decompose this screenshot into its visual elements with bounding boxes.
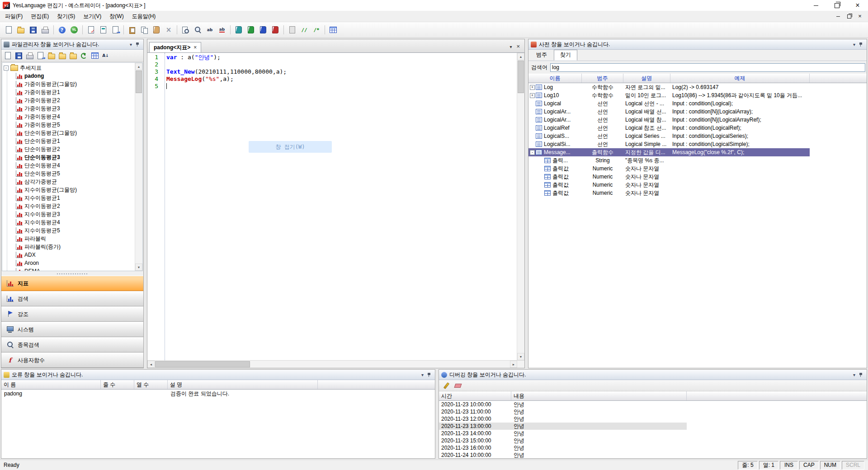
column-header-category[interactable]: 범주 — [582, 74, 623, 83]
dictionary-row[interactable]: 출력값 Numeric 숫자나 문자열 — [528, 189, 867, 197]
refresh-button[interactable] — [79, 51, 89, 61]
column-header-example[interactable]: 예제 — [670, 74, 810, 83]
menu-search[interactable]: 찾기(S) — [53, 11, 79, 22]
tree-item[interactable]: 지수이동평균5 — [2, 226, 135, 235]
dictionary-row[interactable]: + Log 수학함수 자연 로그의 밑... Log(2) -> 0.69314… — [528, 83, 867, 91]
panel-menu-icon[interactable] — [853, 41, 855, 47]
nav-system-button[interactable]: 시스템 — [1, 322, 143, 337]
debug-log-row[interactable]: 2020-11-23 14:00:00 안녕 — [439, 430, 867, 437]
menu-view[interactable]: 보기(V) — [79, 11, 105, 22]
scrollbar-track[interactable] — [135, 94, 142, 263]
tree-item[interactable]: 삼각가중평균 — [2, 178, 135, 186]
function-help-button[interactable] — [245, 24, 257, 36]
tree-item[interactable]: Aroon — [2, 259, 135, 267]
nav-search-button[interactable]: 검색 — [1, 291, 143, 306]
copy-button[interactable] — [138, 24, 150, 36]
dictionary-row[interactable]: 출력... String "종목명 %s 종... — [528, 156, 867, 164]
navbar-resize-gripper[interactable] — [1, 272, 143, 276]
keyword-help-button[interactable] — [257, 24, 269, 36]
script-button[interactable] — [286, 24, 298, 36]
save-button[interactable] — [27, 24, 39, 36]
scrollbar-thumb[interactable] — [136, 70, 142, 93]
expander-icon[interactable]: + — [530, 93, 535, 98]
open-folder-button[interactable] — [57, 51, 67, 61]
tab-list-icon[interactable] — [509, 43, 512, 50]
log-save-button[interactable] — [441, 381, 451, 390]
save-file-button[interactable] — [14, 51, 24, 61]
code-line[interactable]: 2 — [147, 61, 517, 68]
vertical-splitter[interactable] — [526, 39, 527, 368]
tree-item[interactable]: 가중이동평균3 — [2, 104, 135, 113]
scroll-left-icon[interactable] — [147, 361, 155, 368]
scroll-down-icon[interactable] — [517, 353, 524, 360]
restore-button[interactable] — [826, 0, 847, 11]
panel-menu-icon[interactable] — [130, 41, 132, 47]
mdi-minimize-button[interactable] — [834, 13, 843, 20]
tree-item[interactable]: 단순이동평균2 — [2, 145, 135, 153]
menu-edit[interactable]: 편집(E) — [27, 11, 53, 22]
nav-stock-search-button[interactable]: 종목검색 — [1, 337, 143, 352]
tree-item[interactable]: padong — [2, 72, 135, 80]
debug-log-row[interactable]: 2020-11-23 15:00:00 안녕 — [439, 437, 867, 444]
code-line[interactable]: 1var : a("안녕"); — [147, 54, 517, 61]
dictionary-row[interactable]: 출력값 Numeric 숫자나 문자열 — [528, 164, 867, 173]
column-header-column[interactable]: 열 수 — [134, 380, 168, 389]
tree-item[interactable]: 지수이동평균2 — [2, 202, 135, 210]
tree-item[interactable]: 단순이동평균3 — [2, 153, 135, 161]
tree-item[interactable]: 지수이동평균3 — [2, 210, 135, 218]
tree-collapse-icon[interactable]: - — [4, 66, 9, 70]
log-clear-button[interactable] — [453, 381, 463, 390]
tree-item[interactable]: DEMA — [2, 267, 135, 271]
column-header-time[interactable]: 시간 — [439, 391, 511, 400]
tree-item[interactable]: 파라볼릭 — [2, 235, 135, 243]
find-button[interactable] — [179, 24, 191, 36]
column-header-description[interactable]: 설 명 — [168, 380, 318, 389]
function-table-button[interactable] — [327, 24, 339, 36]
pin-icon[interactable] — [135, 42, 140, 47]
tree-item[interactable]: 가중이동평균1 — [2, 88, 135, 96]
tree-item[interactable]: ADX — [2, 251, 135, 259]
minimize-button[interactable] — [806, 0, 826, 11]
tree-folder-trend-indicators[interactable]: - 추세지표 — [2, 64, 135, 72]
column-header-line[interactable]: 줄 수 — [101, 380, 134, 389]
delete-folder-button[interactable] — [68, 51, 78, 61]
tab-close-icon[interactable] — [193, 44, 197, 51]
tree-item[interactable]: 가중이동평균5 — [2, 121, 135, 129]
paste-button[interactable] — [126, 24, 138, 36]
search-input[interactable] — [550, 63, 865, 72]
verify-button[interactable] — [85, 24, 97, 36]
menu-file[interactable]: 파일(F) — [1, 11, 27, 22]
replace-button[interactable] — [204, 24, 216, 36]
column-header-name[interactable]: 이 름 — [1, 380, 101, 389]
column-header-content[interactable]: 내용 — [511, 391, 687, 400]
dictionary-row[interactable]: LogicalAr... 선언 Logical 배열 참... Input : … — [528, 116, 867, 124]
dictionary-row[interactable]: 출력값 Numeric 숫자나 문자열 — [528, 181, 867, 189]
debug-log-row[interactable]: 2020-11-24 10:00:00 안녕 — [439, 451, 867, 458]
editor-vertical-scrollbar[interactable] — [517, 53, 524, 360]
template-button[interactable] — [151, 24, 162, 36]
replace-all-button[interactable] — [216, 24, 228, 36]
comment-button[interactable] — [298, 24, 310, 36]
tree-item[interactable]: 단순이동평균5 — [2, 169, 135, 178]
nav-user-function-button[interactable]: 사용자함수 — [1, 352, 143, 368]
dictionary-row[interactable]: LogicalS... 선언 Logical Series ... Input … — [528, 132, 867, 140]
column-header-name[interactable]: 이름 — [528, 74, 582, 83]
vertical-splitter[interactable] — [437, 369, 437, 459]
dictionary-row[interactable]: Logical 선언 Logical 선언 - ... Input : cond… — [528, 99, 867, 108]
code-line[interactable]: 4MessageLog("%s",a); — [147, 75, 517, 83]
tree-item[interactable]: 단순이동평균1 — [2, 137, 135, 145]
tree-item[interactable]: 단순이동평균4 — [2, 161, 135, 169]
scrollbar-track[interactable] — [517, 94, 524, 353]
close-help-button[interactable] — [269, 24, 281, 36]
dictionary-row[interactable]: - Message... 출력함수 지정한 값을 디... MessageLog… — [528, 148, 867, 156]
scroll-down-icon[interactable] — [135, 263, 142, 271]
scrollbar-thumb[interactable] — [155, 361, 250, 367]
debug-log-row[interactable]: 2020-11-23 13:00:00 안녕 — [439, 423, 867, 430]
dict-tab-find[interactable]: 찾기 — [554, 50, 577, 61]
close-button[interactable] — [847, 0, 868, 11]
scroll-right-icon[interactable] — [510, 361, 517, 368]
new-indicator-button[interactable] — [3, 51, 13, 61]
dictionary-row[interactable]: 출력값 Numeric 숫자나 문자열 — [528, 173, 867, 181]
tree-item[interactable]: 가중이동평균(그물망) — [2, 80, 135, 88]
help-button[interactable] — [56, 24, 68, 36]
